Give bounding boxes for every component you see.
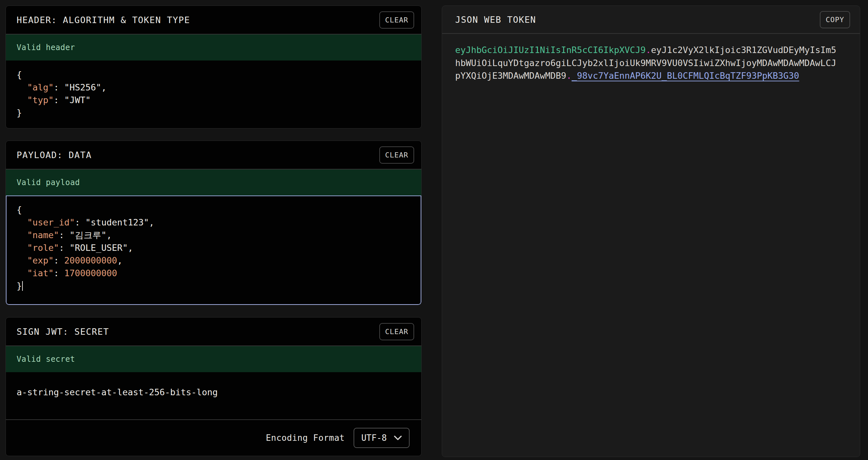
payload-panel-titlebar: PAYLOAD: DATA CLEAR xyxy=(6,141,421,169)
token-signature-segment: _98vc7YaEnnAP6K2U_BL0CFMLQIcBqTZF93PpKB3… xyxy=(572,71,799,81)
text-cursor xyxy=(22,281,23,291)
chevron-down-icon xyxy=(394,436,402,440)
encoded-token[interactable]: eyJhbGciOiJIUzI1NiIsInR5cCI6IkpXVCJ9.eyJ… xyxy=(455,43,839,82)
payload-status-bar: Valid payload xyxy=(6,169,421,196)
encoding-format-select[interactable]: UTF-8 xyxy=(353,428,410,448)
encoding-format-value: UTF-8 xyxy=(362,433,387,443)
header-status-bar: Valid header xyxy=(6,34,421,61)
token-panel-titlebar: JSON WEB TOKEN COPY xyxy=(442,6,860,34)
secret-status-text: Valid secret xyxy=(17,355,75,364)
token-panel: JSON WEB TOKEN COPY eyJhbGciOiJIUzI1NiIs… xyxy=(442,5,860,457)
header-panel-title: HEADER: ALGORITHM & TOKEN TYPE xyxy=(17,15,190,25)
secret-status-bar: Valid secret xyxy=(6,346,421,372)
payload-panel-title: PAYLOAD: DATA xyxy=(17,150,92,160)
sign-panel-title: SIGN JWT: SECRET xyxy=(17,327,109,337)
secret-input[interactable]: a-string-secret-at-least-256-bits-long xyxy=(6,372,421,419)
token-header-segment: eyJhbGciOiJIUzI1NiIsInR5cCI6IkpXVCJ9 xyxy=(455,45,646,55)
encoding-format-label: Encoding Format xyxy=(266,433,344,443)
sign-panel: SIGN JWT: SECRET CLEAR Valid secret a-st… xyxy=(5,317,422,456)
sign-panel-titlebar: SIGN JWT: SECRET CLEAR xyxy=(6,318,421,346)
header-clear-button[interactable]: CLEAR xyxy=(379,11,414,29)
payload-panel: PAYLOAD: DATA CLEAR Valid payload { "use… xyxy=(5,140,422,305)
token-separator-1: . xyxy=(646,45,651,55)
header-json-editor[interactable]: { "alg": "HS256", "typ": "JWT" } xyxy=(6,61,421,128)
header-status-text: Valid header xyxy=(17,43,75,52)
decoded-column: HEADER: ALGORITHM & TOKEN TYPE CLEAR Val… xyxy=(5,5,422,460)
payload-clear-button[interactable]: CLEAR xyxy=(379,146,414,164)
token-separator-2: . xyxy=(566,71,571,81)
token-area: eyJhbGciOiJIUzI1NiIsInR5cCI6IkpXVCJ9.eyJ… xyxy=(442,34,860,457)
token-copy-button[interactable]: COPY xyxy=(820,11,850,28)
payload-json-editor[interactable]: { "user_id": "student123", "name": "김크루"… xyxy=(6,196,421,305)
header-panel-titlebar: HEADER: ALGORITHM & TOKEN TYPE CLEAR xyxy=(6,6,421,34)
header-panel: HEADER: ALGORITHM & TOKEN TYPE CLEAR Val… xyxy=(5,5,422,129)
jwt-debugger-app: HEADER: ALGORITHM & TOKEN TYPE CLEAR Val… xyxy=(0,0,868,460)
secret-clear-button[interactable]: CLEAR xyxy=(379,323,414,340)
payload-status-text: Valid payload xyxy=(17,178,80,187)
sign-panel-footer: Encoding Format UTF-8 xyxy=(6,419,421,456)
token-panel-title: JSON WEB TOKEN xyxy=(455,14,536,25)
